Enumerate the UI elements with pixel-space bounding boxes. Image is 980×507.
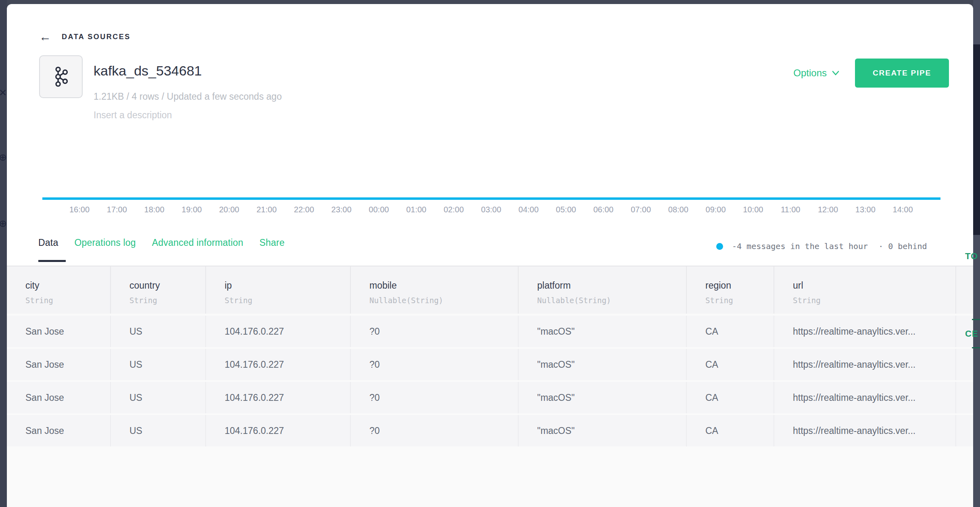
cell-city: San Jose	[7, 382, 110, 413]
description-placeholder[interactable]: Insert a description	[94, 110, 172, 121]
time-tick-label: 05:00	[546, 205, 586, 214]
time-tick-label: 02:00	[434, 205, 474, 214]
timeline-axis: 16:0017:0018:0019:0020:0021:0022:0023:00…	[7, 205, 973, 217]
time-tick-label: 12:00	[808, 205, 848, 214]
time-tick-label: 00:00	[359, 205, 399, 214]
active-tab-underline	[38, 260, 66, 262]
cell-mobile: ?0	[350, 316, 518, 347]
column-header-platform[interactable]: platformNullable(String)	[518, 266, 686, 314]
column-header-ip[interactable]: ipString	[205, 266, 350, 314]
tab-operations-log[interactable]: Operations log	[74, 237, 136, 248]
column-name: mobile	[369, 280, 518, 291]
header-actions: Options CREATE PIPE	[793, 59, 949, 88]
column-name: url	[793, 280, 955, 291]
time-tick-label: 06:00	[583, 205, 623, 214]
time-tick-label: 22:00	[284, 205, 324, 214]
cell-platform: "macOS"	[518, 415, 686, 446]
back-arrow-icon[interactable]: ←	[39, 31, 51, 43]
chevron-down-icon	[832, 70, 840, 76]
cell-ip: 104.176.0.227	[205, 349, 350, 380]
cell-ip: 104.176.0.227	[205, 382, 350, 413]
time-tick-label: 03:00	[471, 205, 511, 214]
cell-ip: 104.176.0.227	[205, 415, 350, 446]
time-tick-label: 17:00	[97, 205, 137, 214]
close-icon[interactable]: ✕	[0, 88, 7, 98]
column-type: String	[225, 296, 350, 305]
behind-status: · 0 behind	[878, 241, 927, 251]
add-circle-icon[interactable]: ⊕	[0, 153, 7, 162]
background-right-panel-edge: TO CE	[973, 0, 980, 507]
background-left-panel-edge: ✕ ⊕ ⊕	[0, 0, 7, 507]
breadcrumb: ← DATA SOURCES	[39, 31, 131, 43]
cell-mobile: ?0	[350, 349, 518, 380]
cell-country: US	[110, 415, 205, 446]
options-dropdown[interactable]: Options	[793, 67, 840, 79]
cell-platform: "macOS"	[518, 316, 686, 347]
tab-share[interactable]: Share	[259, 237, 284, 248]
cell-mobile: ?0	[350, 415, 518, 446]
clipped-green-rule	[972, 347, 980, 348]
tab-data[interactable]: Data	[38, 237, 58, 248]
ingestion-rate-line	[42, 197, 940, 200]
kafka-icon	[52, 66, 70, 87]
column-type: String	[793, 296, 955, 305]
column-header-region[interactable]: regionString	[686, 266, 774, 314]
datasource-type-badge	[39, 55, 83, 98]
time-tick-label: 14:00	[883, 205, 923, 214]
column-name: ip	[225, 280, 350, 291]
kafka-status: -4 messages in the last hour · 0 behind	[716, 241, 927, 251]
time-tick-label: 01:00	[396, 205, 436, 214]
create-pipe-button[interactable]: CREATE PIPE	[855, 59, 949, 88]
clipped-green-text: CE	[965, 329, 978, 338]
time-tick-label: 13:00	[845, 205, 886, 214]
time-tick-label: 04:00	[509, 205, 549, 214]
time-tick-label: 10:00	[733, 205, 773, 214]
tab-advanced-information[interactable]: Advanced information	[152, 237, 243, 248]
column-header-url[interactable]: urlString	[774, 266, 955, 314]
table-header-row: cityStringcountryStringipStringmobileNul…	[7, 266, 980, 314]
cell-city: San Jose	[7, 349, 110, 380]
column-header-city[interactable]: cityString	[7, 266, 110, 314]
column-type: String	[705, 296, 774, 305]
column-header-country[interactable]: countryString	[110, 266, 205, 314]
add-circle-icon[interactable]: ⊕	[0, 219, 7, 228]
time-tick-label: 09:00	[696, 205, 736, 214]
column-type: String	[129, 296, 205, 305]
data-preview-table: cityStringcountryStringipStringmobileNul…	[7, 266, 980, 507]
cell-region: CA	[686, 349, 774, 380]
cell-city: San Jose	[7, 415, 110, 446]
time-tick-label: 16:00	[59, 205, 100, 214]
cell-country: US	[110, 316, 205, 347]
column-name: region	[705, 280, 774, 291]
cell-url: https://realtime-anayltics.ver...	[774, 382, 955, 413]
status-dot-icon	[716, 243, 723, 250]
cell-region: CA	[686, 316, 774, 347]
right-edge-dark-panel	[973, 44, 980, 235]
time-tick-label: 18:00	[134, 205, 175, 214]
cell-platform: "macOS"	[518, 382, 686, 413]
column-type: String	[25, 296, 110, 305]
cell-country: US	[110, 349, 205, 380]
column-type: Nullable(String)	[537, 296, 686, 305]
right-edge-bottom	[973, 235, 980, 507]
cell-platform: "macOS"	[518, 349, 686, 380]
data-sources-back-link[interactable]: DATA SOURCES	[62, 33, 131, 41]
cell-url: https://realtime-anayltics.ver...	[774, 349, 955, 380]
datasource-name[interactable]: kafka_ds_534681	[94, 63, 202, 79]
cell-country: US	[110, 382, 205, 413]
time-tick-label: 23:00	[321, 205, 362, 214]
table-row[interactable]: San JoseUS104.176.0.227?0"macOS"CAhttps:…	[7, 382, 980, 413]
column-header-mobile[interactable]: mobileNullable(String)	[350, 266, 518, 314]
table-row[interactable]: San JoseUS104.176.0.227?0"macOS"CAhttps:…	[7, 316, 980, 347]
table-row[interactable]: San JoseUS104.176.0.227?0"macOS"CAhttps:…	[7, 349, 980, 380]
column-type: Nullable(String)	[369, 296, 518, 305]
cell-mobile: ?0	[350, 382, 518, 413]
table-row[interactable]: San JoseUS104.176.0.227?0"macOS"CAhttps:…	[7, 415, 980, 446]
clipped-green-rule	[972, 319, 980, 320]
messages-status: -4 messages in the last hour	[732, 241, 868, 251]
options-label: Options	[793, 67, 827, 79]
time-tick-label: 08:00	[658, 205, 699, 214]
datasource-modal: ← DATA SOURCES kafka_ds_534681 1.21KB / …	[7, 4, 973, 266]
time-tick-label: 11:00	[770, 205, 811, 214]
cell-url: https://realtime-anayltics.ver...	[774, 316, 955, 347]
